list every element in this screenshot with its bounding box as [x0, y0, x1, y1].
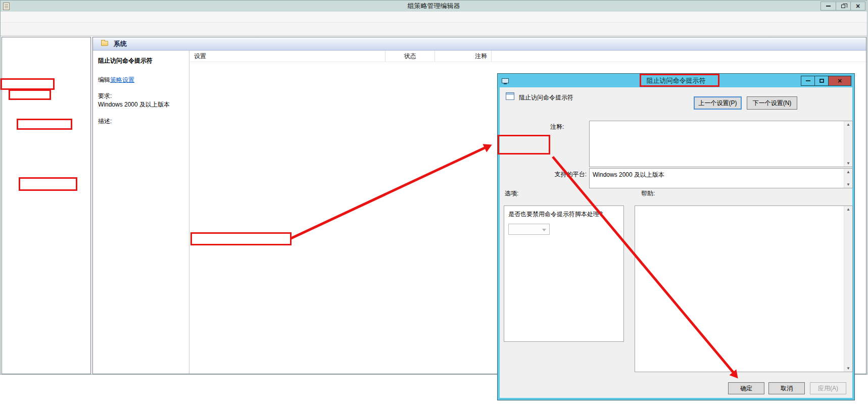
- close-icon[interactable]: ×: [850, 2, 865, 10]
- policy-setting-icon: [506, 92, 514, 100]
- comment-textarea[interactable]: [589, 121, 853, 167]
- restore-icon[interactable]: [836, 2, 850, 10]
- script-processing-dropdown[interactable]: [508, 224, 550, 235]
- next-setting-button[interactable]: 下一个设置(N): [747, 96, 797, 110]
- dialog-maximize-icon[interactable]: [814, 76, 828, 86]
- help-scrollbar[interactable]: [844, 206, 852, 372]
- platform-scrollbar[interactable]: [844, 169, 852, 188]
- requirements-label: 要求:: [98, 92, 185, 100]
- dialog-minimize-icon[interactable]: [801, 76, 814, 86]
- content-header: 系统: [93, 37, 866, 50]
- dialog-header-label: 阻止访问命令提示符: [519, 93, 573, 102]
- console-tree-panel: [2, 37, 91, 374]
- options-question: 是否也要禁用命令提示符脚本处理?: [508, 210, 619, 219]
- options-label: 选项:: [505, 189, 518, 198]
- column-header-status[interactable]: 状态: [385, 50, 435, 62]
- system-folder-icon: [101, 41, 109, 46]
- comment-scrollbar[interactable]: [844, 121, 852, 167]
- cancel-button[interactable]: 取消: [768, 382, 805, 394]
- policy-setting-dialog: 阻止访问命令提示符 × 阻止访问命令提示符 上一个设置(P) 下一个设置(N) …: [497, 73, 855, 400]
- edit-policy-line: 编辑策略设置: [98, 76, 185, 84]
- dialog-close-icon[interactable]: ×: [828, 76, 851, 86]
- apply-button: 应用(A): [810, 382, 846, 394]
- toolbar: [1, 23, 867, 36]
- help-text: [635, 206, 844, 372]
- main-window-title: 组策略管理编辑器: [1, 2, 867, 11]
- supported-platform-value: Windows 2000 及以上版本: [593, 171, 664, 178]
- comment-label: 注释:: [550, 123, 564, 131]
- list-header: 设置 状态 注释: [190, 50, 866, 62]
- edit-policy-link[interactable]: 策略设置: [110, 76, 134, 83]
- dialog-window-controls: ×: [801, 76, 851, 86]
- previous-setting-button[interactable]: 上一个设置(P): [694, 96, 742, 110]
- supported-platform-label: 支持的平台:: [540, 170, 587, 179]
- description-label: 描述:: [98, 117, 185, 126]
- window-controls: ×: [821, 2, 865, 11]
- column-header-comment[interactable]: 注释: [435, 50, 492, 62]
- dialog-body: 阻止访问命令提示符 上一个设置(P) 下一个设置(N) 注释: 支持的平台: W…: [500, 87, 852, 398]
- ok-button[interactable]: 确定: [728, 382, 764, 394]
- main-titlebar: 组策略管理编辑器 ×: [1, 1, 867, 12]
- help-label: 帮助:: [641, 189, 655, 198]
- description-pane: 阻止访问命令提示符 编辑策略设置 要求: Windows 2000 及以上版本 …: [93, 50, 189, 374]
- supported-platform-box: Windows 2000 及以上版本: [589, 168, 853, 188]
- requirements-value: Windows 2000 及以上版本: [98, 100, 185, 109]
- content-header-label: 系统: [114, 39, 127, 48]
- settings-list: [190, 62, 866, 64]
- options-box: 是否也要禁用命令提示符脚本处理?: [504, 206, 624, 342]
- policy-title: 阻止访问命令提示符: [98, 57, 185, 65]
- help-box: [635, 206, 853, 372]
- minimize-icon[interactable]: [821, 2, 836, 10]
- dialog-titlebar: 阻止访问命令提示符 ×: [498, 74, 854, 87]
- column-header-setting[interactable]: 设置: [190, 50, 385, 62]
- menu-bar: [1, 12, 867, 23]
